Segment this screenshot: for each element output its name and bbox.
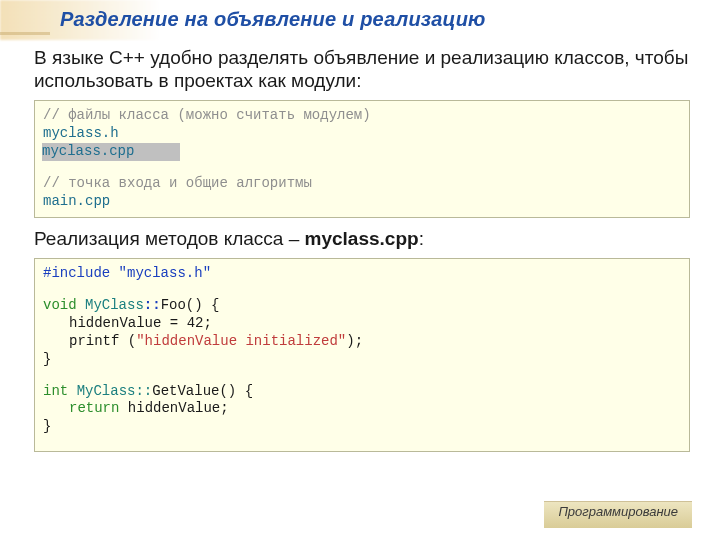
code-line: // файлы класса (можно считать модулем) (43, 107, 681, 125)
page-title: Разделение на объявление и реализацию (60, 8, 486, 31)
kw-int: int (43, 383, 68, 399)
header-ornament (0, 32, 50, 47)
blank-line (43, 161, 681, 175)
fn-call: printf ( (69, 333, 136, 349)
mid-bold: myclass.cpp (305, 228, 419, 249)
code-line: } (43, 351, 681, 369)
code-line: hiddenValue = 42; (43, 315, 681, 333)
code-text: myclass.cpp (42, 143, 134, 159)
code-line: #include "myclass.h" (43, 265, 681, 283)
kw-void: void (43, 297, 77, 313)
fn-name: GetValue() { (152, 383, 253, 399)
code-block-files: // файлы класса (можно считать модулем) … (34, 100, 690, 218)
classname: MyClass:: (77, 383, 153, 399)
code-text: hiddenValue; (119, 400, 228, 416)
code-line-highlighted: myclass.cpp (43, 143, 681, 161)
footer-band: Программирование (544, 501, 692, 528)
code-text: hiddenValue = (69, 315, 187, 331)
number: 42 (187, 315, 204, 331)
mid-post: : (419, 228, 424, 249)
section-label: Реализация методов класса – myclass.cpp: (34, 228, 424, 250)
mid-pre: Реализация методов класса – (34, 228, 305, 249)
string-literal: "hiddenValue initialized" (136, 333, 346, 349)
code-line: // точка входа и общие алгоритмы (43, 175, 681, 193)
code-line: printf ("hiddenValue initialized"); (43, 333, 681, 351)
code-block-impl: #include "myclass.h" void MyClass::Foo()… (34, 258, 690, 452)
classname: MyClass (85, 297, 144, 313)
fn-name: Foo() { (161, 297, 220, 313)
code-line: void MyClass::Foo() { (43, 297, 681, 315)
footer-label: Программирование (558, 504, 678, 519)
kw-return: return (69, 400, 119, 416)
intro-paragraph: В языке С++ удобно разделять объявление … (34, 46, 690, 92)
code-line: return hiddenValue; (43, 400, 681, 418)
code-line: myclass.h (43, 125, 681, 143)
code-line: main.cpp (43, 193, 681, 211)
code-text: ); (346, 333, 363, 349)
scope-op: :: (144, 297, 161, 313)
blank-line (43, 369, 681, 383)
code-line: } (43, 418, 681, 436)
code-line: int MyClass::GetValue() { (43, 383, 681, 401)
blank-line (43, 283, 681, 297)
code-text: ; (203, 315, 211, 331)
